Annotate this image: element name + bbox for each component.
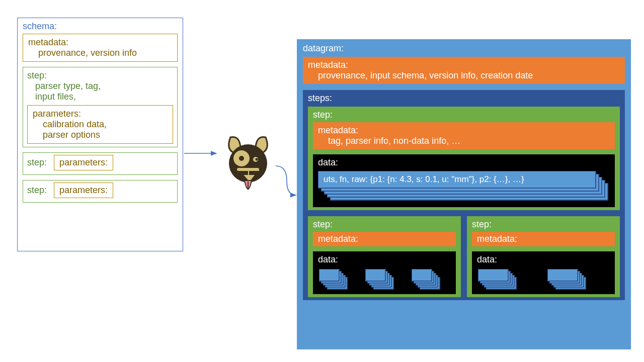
dg-step2-metadata-label: metadata:: [318, 234, 358, 244]
step1-body-line1: parser type, tag,: [27, 81, 173, 92]
mini-stack: [546, 268, 610, 289]
steps-box: steps: step: metadata: tag, parser info,…: [303, 90, 625, 300]
dg-step-metadata: metadata: tag, parser info, non-data inf…: [313, 122, 615, 149]
dg-step2-metadata: metadata:: [313, 232, 456, 246]
dg-step-label-3: step:: [472, 219, 615, 230]
dg-step2-data: data:: [313, 251, 456, 294]
schema-step-3: step: parameters:: [23, 180, 178, 203]
dg-step-metadata-body: tag, parser info, non-data info, …: [318, 136, 610, 146]
dg-step-data: data: uts, fn, raw: {p1: {n: 4.3, s: 0.1…: [313, 154, 615, 207]
parameters-mini-2: parameters:: [54, 155, 113, 170]
step-label: step:: [27, 70, 173, 81]
parameters-label: parameters:: [33, 109, 168, 119]
datagram-metadata-label: metadata:: [308, 60, 620, 70]
schema-metadata-box: metadata: provenance, version info: [23, 34, 178, 62]
dg-step-2: step: metadata: data:: [308, 216, 461, 297]
dg-step-metadata-label: metadata:: [318, 125, 610, 136]
dg-step-label-2: step:: [313, 219, 456, 230]
schema-metadata-label: metadata:: [28, 37, 172, 48]
dg-step3-metadata: metadata:: [472, 232, 615, 246]
datagram-metadata-box: metadata: provenance, input schema, vers…: [303, 57, 625, 84]
svg-point-4: [256, 158, 258, 161]
record-stack: uts, fn, raw: {p1: {n: 4.3, s: 0.1, u: "…: [318, 171, 610, 201]
schema-step-1: step: parser type, tag, input files, par…: [23, 67, 178, 147]
schema-step-2: step: parameters:: [23, 152, 178, 175]
dg-step3-data: data:: [472, 251, 615, 294]
mini-stack: [411, 268, 451, 289]
parameters-mini-3: parameters:: [54, 183, 113, 198]
step-label-2: step:: [27, 157, 47, 168]
step-label-3: step:: [27, 185, 47, 196]
dg-step3-data-label: data:: [477, 254, 497, 264]
datagram-metadata-body: provenance, input schema, version info, …: [308, 70, 620, 81]
dg-step-3: step: metadata: data:: [467, 216, 620, 297]
step1-body-line2: input files,: [27, 92, 173, 102]
mascot-icon: [220, 133, 276, 199]
schema-panel: schema: metadata: provenance, version in…: [17, 18, 183, 251]
schema-metadata-body: provenance, version info: [28, 48, 172, 58]
mini-stack: [477, 268, 540, 289]
dg-step3-metadata-label: metadata:: [477, 234, 517, 244]
data-label: data:: [318, 157, 610, 168]
datagram-panel: datagram: metadata: provenance, input sc…: [297, 39, 631, 349]
mini-stack: [364, 268, 405, 289]
datagram-title: datagram:: [303, 43, 625, 54]
dg-step-label: step:: [313, 110, 615, 120]
parameters-line2: parser options: [33, 130, 168, 140]
mini-stack: [318, 268, 358, 289]
dg-step2-data-label: data:: [318, 254, 338, 264]
record-card-top: uts, fn, raw: {p1: {n: 4.3, s: 0.1, u: "…: [318, 171, 596, 189]
svg-point-2: [239, 156, 244, 161]
dg-step-1: step: metadata: tag, parser info, non-da…: [308, 107, 620, 210]
schema-title: schema:: [23, 21, 178, 32]
parameters-box: parameters: calibration data, parser opt…: [27, 105, 173, 144]
parameters-line1: calibration data,: [33, 119, 168, 130]
steps-label: steps:: [308, 93, 620, 104]
